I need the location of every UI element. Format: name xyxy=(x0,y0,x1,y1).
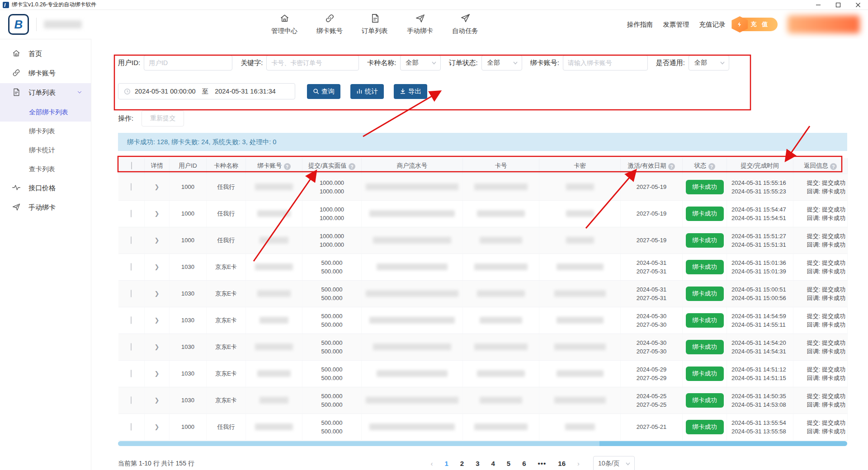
select-all-checkbox[interactable] xyxy=(131,162,132,169)
send-icon xyxy=(415,13,425,25)
cell-result: 提交: 提交成功回调: 绑卡成功 xyxy=(793,360,848,387)
redacted-value xyxy=(257,370,291,377)
expand-row-button[interactable]: ❯ xyxy=(155,370,160,377)
nav-item-plane[interactable]: 自动任务 xyxy=(452,13,478,35)
sidebar-item-sub[interactable]: 绑卡列表 xyxy=(0,122,91,141)
document-icon xyxy=(12,88,28,99)
cell-dates: 2027-05-19 xyxy=(621,174,683,200)
recharge-button[interactable]: 充 值 xyxy=(735,18,778,31)
header-link-0[interactable]: 操作指南 xyxy=(627,20,653,29)
status-badge: 绑卡成功 xyxy=(686,340,724,354)
horizontal-scrollbar[interactable] xyxy=(118,441,847,446)
row-checkbox[interactable] xyxy=(131,423,132,431)
header-link-1[interactable]: 发票管理 xyxy=(663,20,689,29)
prev-page-button[interactable]: ‹ xyxy=(430,460,433,467)
redacted-value xyxy=(566,237,594,244)
export-button[interactable]: 导出 xyxy=(394,84,427,99)
document-icon xyxy=(370,13,380,25)
expand-row-button[interactable]: ❯ xyxy=(155,397,160,404)
help-icon[interactable]: ? xyxy=(284,163,291,170)
minimize-button[interactable] xyxy=(808,0,828,10)
pulse-icon xyxy=(12,183,28,194)
row-checkbox[interactable] xyxy=(131,343,132,351)
row-checkbox[interactable] xyxy=(131,183,132,191)
cell-times: 2024-05-31 14:54:592024-05-31 14:55:11 xyxy=(727,307,793,334)
filter-row-2: 2024-05-31 00:00:00 至 2024-05-31 16:31:3… xyxy=(118,83,868,99)
page-button-1[interactable]: 1 xyxy=(444,460,448,467)
bind-account-input[interactable] xyxy=(563,55,648,70)
help-icon[interactable]: ? xyxy=(349,163,355,170)
nav-item-home[interactable]: 管理中心 xyxy=(271,13,297,35)
row-checkbox[interactable] xyxy=(131,236,132,244)
page-button-4[interactable]: 4 xyxy=(491,460,495,467)
expand-row-button[interactable]: ❯ xyxy=(155,290,160,297)
universal-select[interactable]: 全部 xyxy=(689,55,729,70)
lightning-icon xyxy=(731,16,748,33)
row-checkbox[interactable] xyxy=(131,370,132,377)
page-button-16[interactable]: 16 xyxy=(558,460,566,467)
page-size-select[interactable]: 10条/页 xyxy=(593,456,635,470)
expand-row-button[interactable]: ❯ xyxy=(155,343,160,350)
sidebar-item-active[interactable]: 全部绑卡列表 xyxy=(0,103,91,122)
redacted-value xyxy=(369,423,455,430)
column-header-card_no: 卡号 xyxy=(463,158,539,174)
cell-values: 500.000500.000 xyxy=(302,254,362,280)
chevron-down-icon xyxy=(625,461,631,466)
header-link-2[interactable]: 充值记录 xyxy=(699,20,725,29)
expand-row-button[interactable]: ❯ xyxy=(155,423,160,430)
cell-user-id: 1030 xyxy=(170,254,207,280)
column-header-serial: 商户流水号 xyxy=(362,158,463,174)
help-icon[interactable]: ? xyxy=(830,163,837,170)
redacted-value xyxy=(557,263,604,270)
cell-card-type: 任我行 xyxy=(207,174,246,200)
cell-result: 提交: 提交成功回调: 绑卡成功 xyxy=(793,280,848,307)
sidebar-item-link[interactable]: 绑卡账号 xyxy=(0,64,91,83)
next-page-button[interactable]: › xyxy=(577,460,580,467)
nav-item-send[interactable]: 手动绑卡 xyxy=(407,13,433,35)
sidebar-item-sub[interactable]: 查卡列表 xyxy=(0,160,91,179)
summary-bar: 绑卡成功: 128, 绑卡失败: 24, 系统失败: 3, 处理中: 0 xyxy=(118,133,847,151)
search-button[interactable]: 查询 xyxy=(307,84,340,99)
nav-item-document[interactable]: 订单列表 xyxy=(362,13,388,35)
redacted-value xyxy=(474,423,528,430)
keyword-input[interactable] xyxy=(266,55,359,70)
sidebar-item-document[interactable]: 订单列表 xyxy=(0,83,91,103)
page-button-2[interactable]: 2 xyxy=(460,460,464,467)
page-button-5[interactable]: 5 xyxy=(507,460,510,467)
sidebar-item-send[interactable]: 手动绑卡 xyxy=(0,198,91,217)
row-checkbox[interactable] xyxy=(131,210,132,217)
row-checkbox[interactable] xyxy=(131,290,132,297)
sidebar-item-sub[interactable]: 绑卡统计 xyxy=(0,141,91,160)
expand-row-button[interactable]: ❯ xyxy=(155,317,160,324)
pages-ellipsis[interactable]: ••• xyxy=(538,460,547,467)
help-icon[interactable]: ? xyxy=(668,163,675,170)
expand-row-button[interactable]: ❯ xyxy=(155,183,160,190)
promo-button-redacted[interactable] xyxy=(788,15,860,33)
close-button[interactable] xyxy=(848,0,868,10)
chevron-down-icon xyxy=(431,60,437,66)
expand-row-button[interactable]: ❯ xyxy=(155,237,160,244)
card-type-select[interactable]: 全部 xyxy=(400,55,441,70)
row-checkbox[interactable] xyxy=(131,316,132,324)
maximize-button[interactable] xyxy=(828,0,848,10)
page-button-3[interactable]: 3 xyxy=(476,460,479,467)
row-checkbox[interactable] xyxy=(131,396,132,404)
row-checkbox[interactable] xyxy=(131,263,132,271)
expand-row-button[interactable]: ❯ xyxy=(155,263,160,270)
stats-button[interactable]: 统计 xyxy=(350,84,384,99)
resubmit-button[interactable]: 重新提交 xyxy=(142,110,184,127)
sidebar-item-home[interactable]: 首页 xyxy=(0,44,91,64)
nav-item-link[interactable]: 绑卡账号 xyxy=(316,13,343,35)
cell-card-type: 任我行 xyxy=(207,200,246,227)
redacted-value xyxy=(259,397,288,404)
sidebar-item-pulse[interactable]: 接口价格 xyxy=(0,179,91,198)
cell-dates: 2027-05-19 xyxy=(621,200,683,227)
date-range-picker[interactable]: 2024-05-31 00:00:00 至 2024-05-31 16:31:3… xyxy=(118,83,295,99)
order-status-select[interactable]: 全部 xyxy=(481,55,522,70)
page-button-6[interactable]: 6 xyxy=(522,460,526,467)
user-id-input[interactable] xyxy=(144,55,232,70)
cell-dates: 2027-05-19 xyxy=(621,227,683,254)
expand-row-button[interactable]: ❯ xyxy=(155,210,160,217)
help-icon[interactable]: ? xyxy=(708,163,715,170)
cell-values: 500.000500.000 xyxy=(302,387,362,414)
